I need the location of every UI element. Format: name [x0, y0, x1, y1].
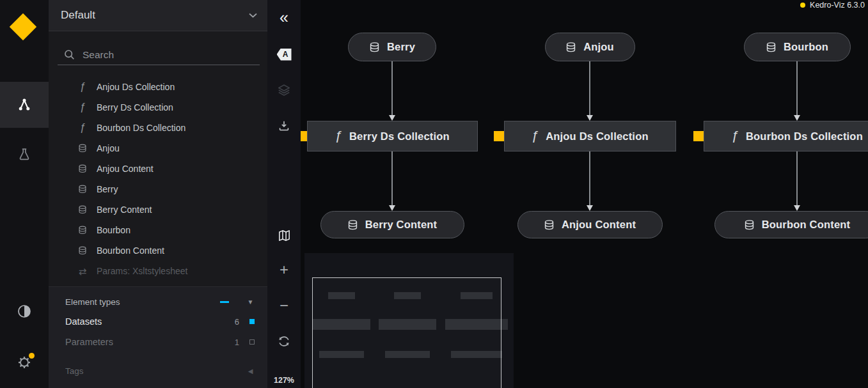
- edge-anjou-0: [589, 61, 590, 116]
- graph-node-bourbon-ds-collection[interactable]: ƒBourbon Ds Collection: [704, 121, 868, 151]
- sidebar-item-label: Anjou Ds Collection: [97, 82, 175, 92]
- nav-experiments-button[interactable]: [0, 132, 49, 178]
- element-types-title: Element types: [65, 297, 220, 307]
- filter-checkbox-on-icon[interactable]: [249, 319, 255, 324]
- edge-arrowhead-icon: [587, 205, 593, 211]
- flowchart-toolbar: « A + −: [267, 0, 301, 388]
- function-icon: ƒ: [77, 82, 88, 92]
- dataset-icon: [78, 246, 87, 255]
- sidebar-item-bourbon[interactable]: Bourbon: [49, 220, 267, 240]
- minimap: [304, 253, 514, 388]
- flowchart-canvas[interactable]: Kedro-Viz 6.3.0 BerryƒBerry Ds Collectio…: [301, 0, 868, 388]
- export-button[interactable]: [267, 113, 301, 139]
- sidebar-item-bourbon-ds-collection[interactable]: ƒBourbon Ds Collection: [49, 118, 267, 138]
- edge-bourbon-0: [796, 61, 798, 116]
- dataset-icon: [78, 164, 87, 173]
- function-icon: ƒ: [335, 128, 342, 143]
- tags-header[interactable]: Tags ◀: [65, 364, 255, 377]
- dataset-icon: [369, 42, 380, 53]
- zoom-in-button[interactable]: +: [267, 257, 301, 283]
- settings-button[interactable]: [0, 339, 49, 385]
- minus-icon: −: [280, 298, 288, 313]
- dataset-icon: [78, 226, 87, 235]
- kedro-logo[interactable]: [10, 13, 36, 40]
- edge-anjou-1: [589, 151, 590, 206]
- edge-arrowhead-icon: [389, 115, 395, 121]
- sidebar-item-berry-ds-collection[interactable]: ƒBerry Ds Collection: [49, 97, 267, 118]
- function-icon: ƒ: [77, 102, 88, 113]
- expand-section-icon[interactable]: ◀: [246, 368, 255, 375]
- edge-bourbon-1: [796, 151, 798, 206]
- edge-arrowhead-icon: [794, 115, 800, 121]
- dataset-icon: [744, 219, 755, 231]
- sidebar-item-anjou-content[interactable]: Anjou Content: [49, 159, 267, 179]
- filter-count: 6: [225, 317, 239, 327]
- edge-arrowhead-icon: [587, 115, 593, 121]
- function-icon: ƒ: [731, 128, 739, 143]
- filter-label: Parameters: [65, 337, 225, 347]
- zoom-reset-button[interactable]: [267, 329, 301, 354]
- dataset-icon: [766, 42, 777, 53]
- version-dot-icon: [800, 3, 805, 8]
- node-label: Berry Ds Collection: [349, 130, 450, 143]
- function-icon: ƒ: [77, 123, 88, 133]
- toggle-labels-button[interactable]: A: [267, 42, 301, 67]
- dataset-icon: [78, 144, 87, 153]
- node-label: Berry Content: [365, 219, 438, 231]
- node-label: Bourbon Content: [762, 219, 851, 231]
- dataset-icon: [78, 185, 87, 194]
- filter-row-datasets[interactable]: Datasets 6: [65, 315, 255, 328]
- dataset-icon: [544, 219, 555, 231]
- edge-arrowhead-icon: [794, 205, 800, 211]
- collapse-sidebar-button[interactable]: «: [267, 6, 301, 31]
- zoom-out-button[interactable]: −: [267, 293, 301, 318]
- filter-label: Datasets: [65, 316, 225, 327]
- toggle-layers-button[interactable]: [267, 77, 301, 103]
- collapse-section-icon[interactable]: ▼: [246, 299, 255, 306]
- graph-node-bourbon[interactable]: Bourbon: [744, 33, 851, 61]
- sidebar-item-params-xsltstylesheet[interactable]: ⇄Params: Xsltstylesheet: [49, 261, 267, 281]
- sidebar-item-bourbon-content[interactable]: Bourbon Content: [49, 240, 267, 261]
- parameters-icon: ⇄: [77, 267, 88, 276]
- node-label: Anjou Content: [562, 219, 636, 231]
- sidebar-item-anjou-ds-collection[interactable]: ƒAnjou Ds Collection: [49, 77, 267, 97]
- sidebar-item-label: Berry Ds Collection: [97, 102, 173, 113]
- pipeline-selector[interactable]: Default: [49, 0, 267, 31]
- sidebar-item-label: Bourbon Content: [97, 245, 164, 256]
- node-label: Anjou Ds Collection: [546, 130, 649, 143]
- graph-node-bourbon-content[interactable]: Bourbon Content: [714, 211, 868, 238]
- node-label: Anjou: [583, 41, 614, 53]
- toggle-minimap-button[interactable]: [267, 222, 301, 248]
- theme-toggle-button[interactable]: [0, 288, 49, 334]
- node-label: Bourbon: [784, 41, 828, 53]
- node-list: ƒAnjou Ds CollectionƒBerry Ds Collection…: [49, 77, 267, 281]
- layers-icon: [276, 82, 292, 98]
- graph-node-anjou[interactable]: Anjou: [545, 33, 635, 61]
- tag-indicator: [301, 131, 307, 141]
- flowchart-icon: [16, 97, 33, 113]
- graph-node-anjou-content[interactable]: Anjou Content: [517, 211, 663, 238]
- sidebar-item-anjou[interactable]: Anjou: [49, 138, 267, 159]
- minimap-viewport[interactable]: [312, 277, 501, 388]
- graph-node-berry-ds-collection[interactable]: ƒBerry Ds Collection: [307, 121, 478, 151]
- indeterminate-checkbox-icon[interactable]: [220, 301, 229, 303]
- sidebar-item-berry-content[interactable]: Berry Content: [49, 199, 267, 220]
- search-input[interactable]: [83, 49, 260, 61]
- edge-berry-0: [391, 61, 393, 116]
- sidebar-item-label: Anjou Content: [97, 164, 154, 174]
- download-icon: [277, 119, 291, 133]
- element-types-header[interactable]: Element types ▼: [65, 295, 255, 308]
- node-label: Berry: [387, 41, 415, 53]
- filter-checkbox-off-icon[interactable]: [249, 339, 255, 345]
- graph-node-berry-content[interactable]: Berry Content: [320, 211, 464, 238]
- node-label: Bourbon Ds Collection: [746, 130, 863, 143]
- sidebar-item-berry[interactable]: Berry: [49, 179, 267, 199]
- nav-flowchart-button[interactable]: [0, 82, 49, 128]
- dataset-icon: [78, 205, 87, 214]
- graph-node-anjou-ds-collection[interactable]: ƒAnjou Ds Collection: [504, 121, 676, 151]
- contrast-icon: [16, 303, 33, 320]
- filter-count: 1: [225, 338, 239, 347]
- graph-node-berry[interactable]: Berry: [348, 33, 436, 61]
- tag-indicator: [494, 131, 504, 141]
- filter-row-parameters[interactable]: Parameters 1: [65, 336, 255, 348]
